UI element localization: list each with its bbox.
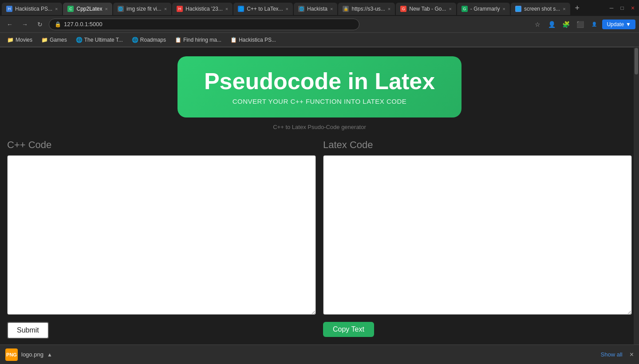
latex-panel-label: Latex Code [323,139,632,151]
bookmark-hackistica-label: Hackistica PS... [239,37,276,43]
tab-hackistica23[interactable]: H Hackistica '23... × [172,3,233,15]
tab-close-10[interactable]: × [563,6,565,12]
bookmark-hackistica[interactable]: 📋 Hackistica PS... [227,35,280,44]
favicon-hiring: 📋 [175,37,181,43]
bookmarks-bar: 📁 Movies 📁 Games 🌐 The Ultimate T... 🌐 R… [0,33,639,47]
zoom-icon[interactable]: 👤 [588,18,600,31]
cpp-code-input[interactable] [7,155,316,315]
download-file-icon: PNG [5,348,18,361]
tab-close-1[interactable]: × [55,6,58,12]
bookmark-games[interactable]: 📁 Games [38,35,71,44]
address-bar[interactable]: 🔒 127.0.0.1:5000 [49,19,359,30]
copy-text-button[interactable]: Copy Text [323,322,374,337]
favicon-roadmaps: 🌐 [132,37,138,43]
folder-icon-games: 📁 [41,37,48,43]
cpp-buttons-row: Submit [7,322,316,339]
tab-bar: H Hackistica PS... × C Cpp2Latex × 🌐 img… [0,0,639,16]
tab-favicon-5: 🌐 [238,6,244,12]
tab-s3[interactable]: 🔒 https://s3-us... × [338,3,395,15]
tab-label-5: C++ to LaTex... [247,6,283,12]
tab-label-4: Hackistica '23... [185,6,223,12]
tab-label-7: https://s3-us... [351,6,385,12]
close-window-button[interactable]: × [628,4,637,12]
bookmark-roadmaps[interactable]: 🌐 Roadmaps [128,35,170,44]
reload-button[interactable]: ↻ [34,18,46,31]
tab-close-8[interactable]: × [449,6,451,12]
tab-imgsize[interactable]: 🌐 img size fit vi... × [113,3,171,15]
tab-favicon-9: G [462,6,468,12]
bookmark-roadmaps-label: Roadmaps [140,37,166,43]
maximize-button[interactable]: □ [618,4,627,12]
tab-new-tab[interactable]: G New Tab - Go... × [396,3,456,15]
cpp-panel: C++ Code Submit [7,139,316,339]
latex-code-output[interactable] [323,155,632,315]
bookmark-movies-label: Movies [16,37,32,43]
download-bar-actions: Show all × [597,349,634,360]
tab-close-9[interactable]: × [503,6,505,12]
tab-favicon-6: 🌐 [298,6,304,12]
forward-button[interactable]: → [19,18,31,31]
submit-button[interactable]: Submit [7,322,49,339]
tab-label-10: screen shot s... [524,6,560,12]
tab-hackistica-ps[interactable]: H Hackistica PS... × [2,3,62,15]
back-button[interactable]: ← [4,18,16,31]
update-label: Update [607,21,624,27]
bookmark-icon[interactable]: ☆ [531,18,544,31]
editors-section: C++ Code Submit Latex Code Copy Text [7,139,632,339]
show-all-button[interactable]: Show all [597,349,626,360]
tab-cpp2latex[interactable]: C Cpp2Latex × [63,3,112,15]
scrollbar-track[interactable] [634,47,639,344]
cpp-panel-label: C++ Code [7,139,316,151]
bookmark-games-label: Games [50,37,67,43]
lock-icon: 🔒 [55,21,61,27]
bookmark-hiring-label: Find hiring ma... [183,37,221,43]
tab-hackista[interactable]: 🌐 Hackista × [294,3,337,15]
update-button[interactable]: Update ▼ [602,20,635,29]
tab-close-3[interactable]: × [164,6,167,12]
bookmark-hiring[interactable]: 📋 Find hiring ma... [171,35,225,44]
extensions-icon[interactable]: 🧩 [560,18,572,31]
address-bar-row: ← → ↻ 🔒 127.0.0.1:5000 ☆ 👤 🧩 ⬛ 👤 Update … [0,16,639,33]
page-description: C++ to Latex Psudo-Code generator [7,124,632,130]
bookmark-ultimate-label: The Ultimate T... [84,37,123,43]
tab-close-2[interactable]: × [105,6,108,12]
tab-label-2: Cpp2Latex [76,6,102,12]
favicon-hackistica: 📋 [230,37,237,43]
tab-cpp-to-latex[interactable]: 🌐 C++ to LaTex... × [233,3,293,15]
folder-icon-movies: 📁 [7,37,14,43]
scrollbar-thumb[interactable] [635,48,638,74]
tab-label-9: - Grammarly [470,6,500,12]
new-tab-button[interactable]: + [571,2,584,14]
tab-screenshot[interactable]: 🌐 screen shot s... × [511,3,570,15]
tab-close-6[interactable]: × [330,6,333,12]
tab-close-4[interactable]: × [225,6,228,12]
tab-grammarly[interactable]: G - Grammarly × [457,3,510,15]
download-bar: PNG logo.png ▲ Show all × [0,344,639,364]
download-chevron-icon[interactable]: ▲ [47,352,52,358]
profile-icon[interactable]: 👤 [545,18,558,31]
browser-chrome: H Hackistica PS... × C Cpp2Latex × 🌐 img… [0,0,639,47]
minimize-button[interactable]: ─ [607,4,616,12]
hero-title: Pseudocode in Latex [204,69,435,94]
tab-label-6: Hackista [307,6,327,12]
tab-close-7[interactable]: × [388,6,390,12]
favicon-ultimate: 🌐 [76,37,83,43]
update-chevron-icon: ▼ [626,21,631,27]
sidebar-toggle[interactable]: ⬛ [574,18,586,31]
bookmark-ultimate[interactable]: 🌐 The Ultimate T... [72,35,126,44]
hero-section: Pseudocode in Latex CONVERT YOUR C++ FUN… [7,47,632,124]
tab-favicon-4: H [177,6,183,12]
hero-subtitle: CONVERT YOUR C++ FUNCTION INTO LATEX COD… [204,98,435,105]
tab-close-5[interactable]: × [286,6,288,12]
tab-favicon-3: 🌐 [118,6,124,12]
latex-panel: Latex Code Copy Text [323,139,632,339]
tab-favicon-2: C [67,6,74,12]
close-download-button[interactable]: × [630,351,634,359]
tab-favicon-8: G [400,6,406,12]
download-item: PNG logo.png ▲ [5,348,52,361]
address-text: 127.0.0.1:5000 [64,21,103,27]
hero-banner: Pseudocode in Latex CONVERT YOUR C++ FUN… [178,56,462,117]
browser-toolbar: ☆ 👤 🧩 ⬛ 👤 Update ▼ [531,18,635,31]
bookmark-movies[interactable]: 📁 Movies [4,35,36,44]
tab-label-3: img size fit vi... [126,6,162,12]
